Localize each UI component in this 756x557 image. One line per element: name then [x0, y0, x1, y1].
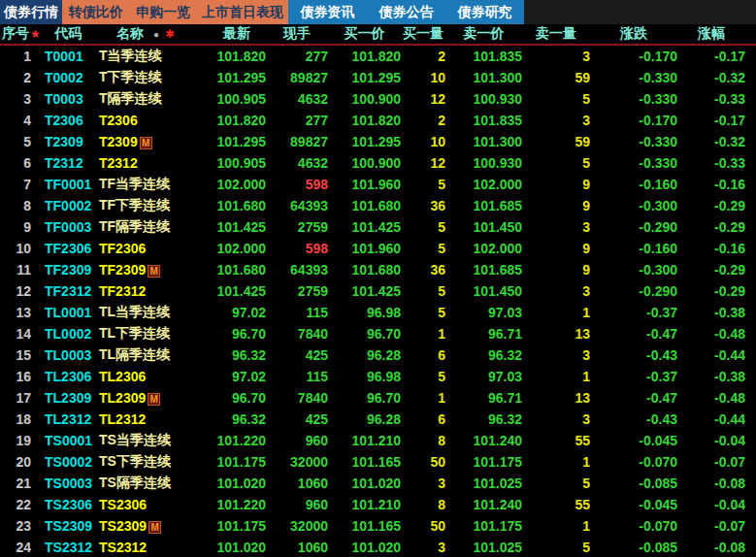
instrument-name: TS2309: [99, 518, 147, 534]
change-percent: -0.32: [677, 70, 745, 85]
row-seq: 18: [0, 411, 31, 427]
change-value: -0.43: [590, 347, 677, 363]
header-name[interactable]: 名称 ● ✱: [99, 25, 208, 43]
table-row[interactable]: 9TF0003TF隔季连续101.4252759101.4255101.4503…: [0, 216, 756, 238]
tab-bond-quotes[interactable]: 债券行情: [0, 0, 62, 24]
change-value: -0.37: [590, 305, 677, 320]
table-row[interactable]: 19TS0001TS当季连续101.220960101.2108101.2405…: [0, 430, 756, 451]
table-row[interactable]: 3T0003T隔季连续100.9054632100.90012100.9305-…: [0, 88, 756, 110]
instrument-code: TS2309: [31, 518, 99, 534]
last-price: 101.425: [208, 219, 266, 235]
last-price: 96.32: [208, 347, 266, 363]
header-bid-price[interactable]: 买一价: [328, 25, 401, 43]
instrument-name: TF2306: [99, 241, 146, 256]
instrument-code: T0003: [31, 91, 99, 107]
header-ask-price[interactable]: 卖一价: [445, 25, 522, 43]
instrument-name-cell: TS2312: [99, 540, 208, 555]
header-change[interactable]: 涨跌: [590, 25, 677, 43]
top-tab-bar: 债券行情 转债比价 申购一览 上市首日表现 债券资讯 债券公告 债券研究: [0, 0, 756, 24]
bid-qty: 8: [401, 497, 445, 512]
table-row[interactable]: 10TF2306TF2306102.000598101.9605102.0009…: [0, 238, 756, 259]
table-row[interactable]: 8TF0002TF下季连续101.68064393101.68036101.68…: [0, 195, 756, 216]
table-row[interactable]: 15TL0003TL隔季连续96.3242596.28696.323-0.43-…: [0, 344, 756, 366]
change-percent: -0.17: [677, 49, 745, 64]
change-value: -0.170: [590, 49, 677, 64]
row-seq: 23: [0, 518, 31, 534]
table-row[interactable]: 24TS2312TS2312101.0201060101.0203101.025…: [0, 537, 756, 557]
row-seq: 6: [0, 155, 31, 171]
table-row[interactable]: 7TF0001TF当季连续102.000598101.9605102.0009-…: [0, 174, 756, 195]
instrument-name-cell: T当季连续: [99, 48, 208, 65]
change-percent: -0.38: [677, 369, 745, 384]
header-volume[interactable]: 现手: [266, 25, 328, 43]
instrument-code: TL2312: [31, 411, 99, 427]
table-row[interactable]: 16TL2306TL230697.0211596.98597.031-0.37-…: [0, 366, 756, 387]
instrument-name: T当季连续: [99, 48, 162, 63]
instrument-name: TS隔季连续: [99, 475, 171, 490]
table-row[interactable]: 18TL2312TL231296.3242596.28696.323-0.43-…: [0, 409, 756, 430]
tab-bond-research[interactable]: 债券研究: [445, 0, 524, 24]
last-price: 96.32: [208, 411, 266, 427]
gear-icon: ✱: [165, 27, 175, 41]
instrument-name: TF2309: [99, 262, 146, 278]
last-price: 101.175: [208, 454, 266, 470]
instrument-code: T2309: [31, 134, 99, 149]
table-row[interactable]: 20TS0002TS下季连续101.17532000101.16550101.1…: [0, 451, 756, 473]
row-seq: 14: [0, 326, 31, 342]
table-row[interactable]: 13TL0001TL当季连续97.0211596.98597.031-0.37-…: [0, 302, 756, 323]
row-seq: 15: [0, 347, 31, 363]
instrument-code: TS0003: [31, 475, 99, 491]
change-percent: -0.32: [677, 134, 745, 149]
ask-qty: 9: [522, 198, 590, 213]
main-contract-badge-icon: M: [148, 521, 161, 534]
change-percent: -0.07: [677, 454, 745, 470]
table-row[interactable]: 14TL0002TL下季连续96.70784096.70196.7113-0.4…: [0, 323, 756, 344]
header-change-pct[interactable]: 涨幅: [677, 25, 745, 43]
table-row[interactable]: 5T2309T2309M101.29589827101.29510101.300…: [0, 131, 756, 152]
table-row[interactable]: 21TS0003TS隔季连续101.0201060101.0203101.025…: [0, 473, 756, 494]
tab-first-day-performance[interactable]: 上市首日表现: [197, 0, 288, 24]
change-percent: -0.44: [677, 347, 745, 363]
change-value: -0.37: [590, 369, 677, 384]
instrument-code: TF0001: [31, 177, 99, 192]
tab-bond-announcements[interactable]: 债券公告: [367, 0, 445, 24]
circle-icon: ●: [153, 29, 159, 40]
table-row[interactable]: 2T0002T下季连续101.29589827101.29510101.3005…: [0, 67, 756, 88]
ask-qty: 1: [522, 454, 590, 470]
table-row[interactable]: 23TS2309TS2309M101.17532000101.16550101.…: [0, 515, 756, 537]
header-ask-qty[interactable]: 卖一量: [522, 25, 590, 43]
main-contract-badge-icon: M: [140, 137, 152, 149]
table-row[interactable]: 17TL2309TL2309M96.70784096.70196.7113-0.…: [0, 387, 756, 409]
table-row[interactable]: 22TS2306TS2306101.220960101.2108101.2405…: [0, 494, 756, 515]
table-row[interactable]: 12TF2312TF2312101.4252759101.4255101.450…: [0, 280, 756, 302]
change-percent: -0.33: [677, 155, 745, 171]
instrument-name-cell: TL当季连续: [99, 304, 208, 321]
bid-price: 101.295: [328, 70, 401, 85]
table-row[interactable]: 11TF2309TF2309M101.68064393101.68036101.…: [0, 259, 756, 280]
change-percent: -0.29: [677, 219, 745, 235]
tab-subscription-list[interactable]: 申购一览: [130, 0, 198, 24]
header-code[interactable]: 代码: [49, 25, 99, 43]
table-row[interactable]: 6T2312T2312100.9054632100.90012100.9305-…: [0, 152, 756, 174]
bid-qty: 1: [401, 390, 445, 406]
instrument-name: T下季连续: [99, 69, 162, 84]
header-seq[interactable]: 序号 ★: [0, 25, 49, 43]
current-volume: 277: [266, 49, 328, 64]
ask-price: 102.000: [445, 241, 522, 256]
table-row[interactable]: 4T2306T2306101.820277101.8202101.8353-0.…: [0, 110, 756, 131]
header-bid-qty[interactable]: 买一量: [401, 25, 445, 43]
table-row[interactable]: 1T0001T当季连续101.820277101.8202101.8353-0.…: [0, 46, 756, 67]
instrument-name-cell: T隔季连续: [99, 90, 208, 108]
tab-convertible-compare[interactable]: 转债比价: [62, 0, 130, 24]
change-value: -0.170: [590, 113, 677, 128]
instrument-name: TS当季连续: [99, 432, 171, 447]
bid-price: 101.020: [328, 475, 401, 491]
row-seq: 17: [0, 390, 31, 406]
bid-price: 101.960: [328, 241, 401, 256]
ask-qty: 13: [522, 326, 590, 342]
header-seq-label: 序号: [2, 25, 29, 43]
ask-qty: 13: [522, 390, 590, 406]
header-last[interactable]: 最新: [208, 25, 266, 43]
tab-bond-news[interactable]: 债券资讯: [288, 0, 367, 24]
instrument-name-cell: T下季连续: [99, 69, 208, 86]
